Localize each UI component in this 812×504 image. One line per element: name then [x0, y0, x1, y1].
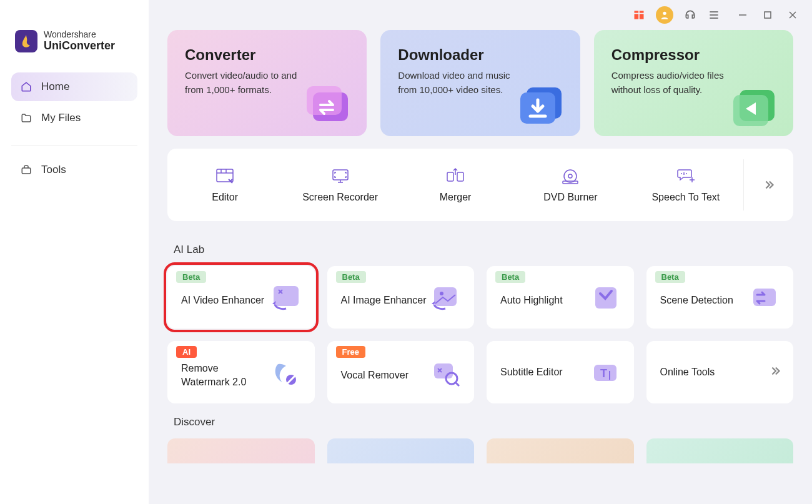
card-online-tools[interactable]: Online Tools: [646, 341, 794, 403]
sidebar-item-label: Home: [41, 81, 69, 93]
svg-rect-2: [640, 14, 644, 19]
svg-rect-26: [447, 172, 453, 181]
main-content: Converter Convert video/audio to and fro…: [149, 0, 812, 504]
tool-label: Screen Recorder: [302, 192, 378, 203]
tool-editor[interactable]: Editor: [167, 149, 282, 221]
gift-icon[interactable]: [632, 8, 646, 22]
brand-line2: UniConverter: [44, 40, 115, 52]
card-label: Scene Detection: [660, 287, 746, 307]
speech-to-text-icon: [675, 167, 696, 185]
badge-beta: Beta: [495, 271, 525, 283]
brand-text: Wondershare UniConverter: [44, 30, 115, 52]
hero-desc: Convert video/audio to and from 1,000+ f…: [185, 69, 310, 97]
tools-row: Editor Screen Recorder Merger DVD Burner…: [167, 149, 793, 221]
card-ai-video-enhancer[interactable]: Beta AI Video Enhancer: [167, 266, 315, 329]
avatar[interactable]: [656, 6, 673, 24]
sidebar-item-tools[interactable]: Tools: [11, 156, 137, 184]
sidebar-item-label: My Files: [41, 112, 81, 124]
tool-label: DVD Burner: [543, 192, 597, 203]
card-label: Vocal Remover: [341, 362, 427, 382]
badge-beta: Beta: [655, 271, 685, 283]
minimize-button[interactable]: [736, 8, 750, 22]
svg-line-40: [455, 382, 459, 386]
folder-icon: [20, 112, 32, 124]
svg-text:T: T: [600, 367, 607, 380]
brand-logo: Wondershare UniConverter: [11, 0, 137, 72]
card-label: Online Tools: [660, 365, 783, 379]
hero-title: Downloader: [398, 46, 562, 64]
tool-label: Speech To Text: [651, 192, 720, 203]
svg-rect-27: [457, 172, 463, 181]
hero-row: Converter Convert video/audio to and fro…: [167, 30, 793, 136]
vocal-remover-icon: [427, 356, 463, 388]
discover-item[interactable]: [646, 438, 794, 463]
maximize-button[interactable]: [761, 8, 775, 22]
tool-merger[interactable]: Merger: [398, 149, 513, 221]
app-window: Wondershare UniConverter Home My Files T…: [0, 0, 812, 504]
tool-speechtotext[interactable]: Speech To Text: [628, 149, 743, 221]
card-label: AI Image Enhancer: [341, 287, 427, 307]
home-icon: [20, 81, 32, 93]
hero-converter[interactable]: Converter Convert video/audio to and fro…: [167, 30, 367, 136]
svg-point-5: [663, 12, 666, 15]
compressor-icon: [728, 80, 783, 130]
card-label: AI Video Enhancer: [181, 287, 267, 307]
image-enhancer-icon: [427, 281, 463, 314]
card-remove-watermark[interactable]: AI Remove Watermark 2.0: [167, 341, 315, 403]
card-auto-highlight[interactable]: Beta Auto Highlight: [487, 266, 634, 329]
sidebar: Wondershare UniConverter Home My Files T…: [0, 0, 149, 504]
hero-title: Converter: [185, 46, 349, 64]
svg-rect-1: [635, 14, 639, 19]
section-title-discover: Discover: [174, 416, 793, 428]
card-label: Auto Highlight: [500, 287, 587, 307]
svg-rect-3: [635, 11, 639, 12]
downloader-icon: [515, 80, 570, 130]
discover-item[interactable]: [327, 438, 475, 463]
discover-item[interactable]: [487, 438, 634, 463]
support-icon[interactable]: [683, 8, 697, 22]
svg-point-29: [568, 174, 572, 178]
sidebar-item-home[interactable]: Home: [11, 72, 137, 101]
section-title-ailab: AI Lab: [174, 244, 793, 256]
discover-row: [167, 438, 793, 463]
editor-icon: [214, 167, 235, 185]
svg-rect-4: [640, 11, 644, 12]
window-controls: [736, 8, 800, 22]
card-label: Subtitle Editor: [500, 365, 587, 379]
hero-title: Compressor: [611, 46, 776, 64]
card-scene-detection[interactable]: Beta Scene Detection: [646, 266, 794, 329]
hero-desc: Download video and music from 10,000+ vi…: [398, 69, 523, 97]
logo-icon: [15, 30, 37, 52]
svg-rect-38: [434, 363, 453, 378]
svg-rect-35: [753, 289, 776, 306]
brand-line1: Wondershare: [44, 30, 115, 39]
sidebar-item-label: Tools: [41, 164, 66, 176]
svg-rect-31: [274, 286, 299, 306]
hero-compressor[interactable]: Compressor Compress audio/video files wi…: [594, 30, 793, 136]
card-subtitle-editor[interactable]: Subtitle Editor T: [487, 341, 634, 403]
discover-item[interactable]: [167, 438, 315, 463]
tool-screenrecorder[interactable]: Screen Recorder: [282, 149, 397, 221]
hero-downloader[interactable]: Downloader Download video and music from…: [380, 30, 580, 136]
card-vocal-remover[interactable]: Free Vocal Remover: [327, 341, 475, 403]
sidebar-item-myfiles[interactable]: My Files: [11, 104, 137, 132]
remove-watermark-icon: [267, 356, 304, 388]
dvd-burner-icon: [560, 167, 581, 185]
chevron-right-icon: [768, 364, 782, 380]
svg-rect-23: [333, 170, 348, 180]
tool-dvdburner[interactable]: DVD Burner: [513, 149, 628, 221]
close-button[interactable]: [786, 8, 800, 22]
badge-beta: Beta: [176, 271, 206, 283]
card-ai-image-enhancer[interactable]: Beta AI Image Enhancer: [327, 266, 475, 329]
menu-icon[interactable]: [707, 8, 721, 22]
svg-rect-19: [217, 169, 233, 182]
svg-rect-10: [765, 12, 771, 18]
svg-rect-43: [609, 371, 610, 380]
titlebar: [620, 0, 812, 30]
converter-icon: [302, 80, 357, 130]
screen-recorder-icon: [330, 167, 351, 185]
auto-highlight-icon: [587, 281, 623, 314]
hero-desc: Compress audio/video files without loss …: [611, 69, 736, 97]
tools-next-button[interactable]: [743, 159, 793, 210]
toolbox-icon: [20, 164, 32, 176]
